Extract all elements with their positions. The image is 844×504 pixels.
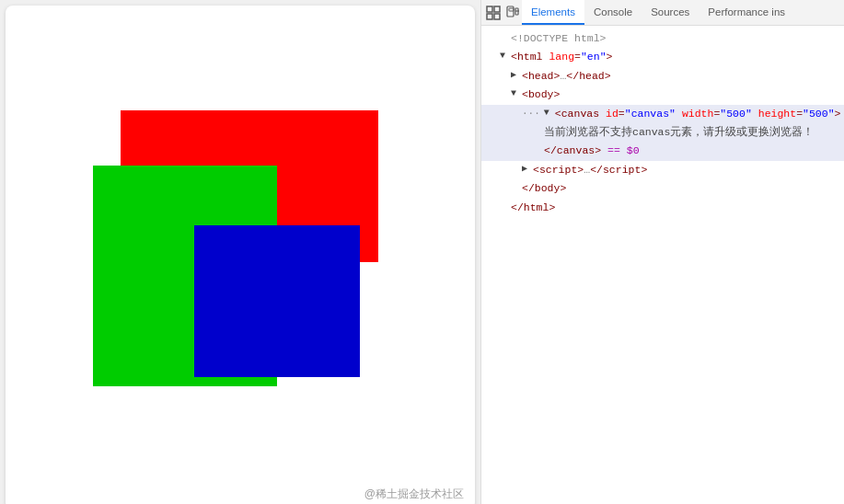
script-line[interactable]: <script>…</script> (481, 161, 844, 179)
devtools-tabs: Elements Console Sources Performance ins (481, 0, 844, 26)
svg-rect-5 (509, 8, 514, 11)
device-icon[interactable] (503, 5, 520, 21)
tab-elements[interactable]: Elements (522, 0, 584, 25)
devtools-panel: Elements Console Sources Performance ins… (480, 0, 844, 504)
tab-console[interactable]: Console (584, 0, 642, 25)
svg-rect-0 (487, 6, 492, 12)
html-open-line[interactable]: <html lang="en"> (481, 48, 844, 66)
head-line[interactable]: <head>…</head> (481, 67, 844, 86)
browser-preview: @稀土掘金技术社区 (6, 6, 475, 504)
canvas-close-line: </canvas> == $0 (481, 142, 844, 160)
body-open-line[interactable]: <body> (481, 86, 844, 104)
tab-performance[interactable]: Performance ins (699, 0, 794, 25)
body-close-line: </body> (481, 179, 844, 198)
elements-panel-content: <!DOCTYPE html> <html lang="en"> <head>…… (481, 26, 844, 504)
dots-button[interactable]: ··· (522, 106, 540, 122)
canvas-text-line: 当前浏览器不支持canvas元素，请升级或更换浏览器！ (481, 123, 844, 142)
inspect-icon[interactable] (485, 5, 502, 21)
html-close-line: </html> (481, 199, 844, 217)
svg-rect-1 (494, 6, 500, 12)
head-arrow[interactable] (511, 68, 520, 83)
script-arrow[interactable] (522, 162, 531, 177)
watermark: @稀土掘金技术社区 (364, 487, 464, 502)
svg-rect-2 (487, 14, 492, 19)
svg-rect-3 (494, 14, 500, 19)
body-arrow[interactable] (511, 86, 520, 101)
html-arrow[interactable] (500, 49, 509, 63)
blue-rectangle (194, 225, 360, 377)
doctype-line: <!DOCTYPE html> (481, 29, 844, 48)
canvas-arrow[interactable] (544, 106, 553, 120)
canvas-open-line[interactable]: ··· <canvas id="canvas" width="500" heig… (481, 105, 844, 123)
canvas-display (93, 110, 387, 405)
tab-sources[interactable]: Sources (642, 0, 699, 25)
